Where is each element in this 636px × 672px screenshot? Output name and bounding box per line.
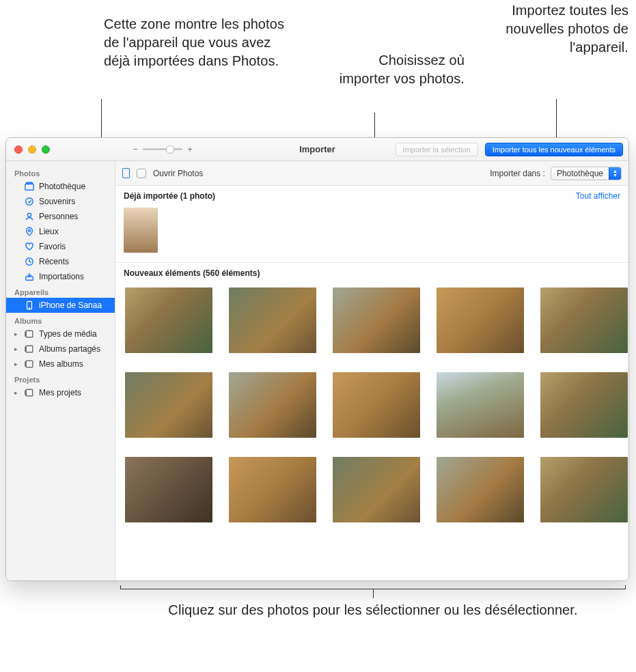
photo-thumb[interactable] <box>333 372 420 438</box>
sidebar-item-imports[interactable]: ▸ Importations <box>6 269 115 284</box>
callout-line <box>373 589 374 598</box>
memories-icon <box>24 196 35 207</box>
open-photos-label: Ouvrir Photos <box>153 169 203 178</box>
library-icon <box>24 181 35 192</box>
sidebar-item-my-albums[interactable]: ▸ Mes albums <box>6 356 115 372</box>
photo-thumb[interactable] <box>229 288 316 353</box>
my-projects-icon <box>24 387 35 398</box>
select-value: Photothèque <box>551 169 609 178</box>
svg-rect-16 <box>25 391 26 395</box>
sidebar-item-label: iPhone de Sanaa <box>39 300 102 310</box>
photo-thumb[interactable] <box>437 457 524 522</box>
sidebar-item-label: Souvenirs <box>39 197 75 206</box>
already-imported-thumb[interactable] <box>124 208 158 253</box>
svg-rect-13 <box>26 361 33 367</box>
svg-rect-1 <box>27 182 33 184</box>
sidebar-item-label: Photothèque <box>39 182 85 191</box>
updown-arrows-icon: ▲▼ <box>609 167 621 180</box>
sidebar-item-places[interactable]: ▸ Lieux <box>6 224 115 239</box>
callout-click-select: Cliquez sur des photos pour les sélectio… <box>120 601 626 619</box>
sidebar-section-albums: Albums <box>6 313 115 326</box>
svg-rect-12 <box>25 347 26 351</box>
svg-point-3 <box>27 213 31 216</box>
photo-thumb[interactable] <box>229 457 316 522</box>
heart-icon <box>24 241 35 252</box>
callout-choose-dest: Choisissez où importer vos photos. <box>335 51 465 88</box>
sidebar-item-device[interactable]: ▸ iPhone de Sanaa <box>6 298 115 313</box>
import-icon <box>24 271 35 282</box>
people-icon <box>24 211 35 222</box>
sidebar-item-people[interactable]: ▸ Personnes <box>6 209 115 224</box>
already-imported-header: Déjà importée (1 photo) <box>124 191 215 201</box>
sidebar-item-label: Mes albums <box>39 359 83 369</box>
sidebar-item-label: Types de média <box>39 329 97 339</box>
import-selection-button: Importer la sélection <box>396 143 478 156</box>
photo-thumb[interactable] <box>229 372 316 438</box>
photo-thumb[interactable] <box>125 372 212 438</box>
minimize-icon[interactable] <box>28 145 36 154</box>
sidebar-item-label: Importations <box>39 272 84 281</box>
fullscreen-icon[interactable] <box>42 145 50 154</box>
photo-thumb[interactable] <box>333 457 420 522</box>
slider-thumb[interactable] <box>166 145 174 154</box>
sidebar-item-label: Mes projets <box>39 388 81 397</box>
chevron-right-icon: ▸ <box>14 361 20 367</box>
svg-rect-14 <box>25 362 26 366</box>
traffic-lights <box>14 145 50 154</box>
chevron-right-icon: ▸ <box>14 331 20 337</box>
svg-rect-11 <box>26 346 33 352</box>
new-items-grid <box>115 278 628 532</box>
slider-track[interactable] <box>143 148 182 150</box>
sidebar-item-recents[interactable]: ▸ Récents <box>6 254 115 269</box>
zoom-in-icon: + <box>186 144 193 154</box>
sidebar-item-library[interactable]: ▸ Photothèque <box>6 179 115 194</box>
sidebar-item-memories[interactable]: ▸ Souvenirs <box>6 194 115 209</box>
photo-thumb[interactable] <box>540 372 628 438</box>
sidebar-item-label: Favoris <box>39 242 66 251</box>
photo-thumb[interactable] <box>540 288 628 353</box>
sidebar-item-label: Albums partagés <box>39 344 100 354</box>
sidebar: Photos ▸ Photothèque ▸ Souvenirs ▸ <box>6 161 115 580</box>
mediatypes-icon <box>24 328 35 339</box>
sidebar-item-my-projects[interactable]: ▸ Mes projets <box>6 385 115 400</box>
places-icon <box>24 226 35 237</box>
app-window: − + Importer Importer la sélection Impor… <box>5 137 629 581</box>
phone-icon <box>24 300 35 311</box>
shared-albums-icon <box>24 344 35 354</box>
callout-import-all: Importez toutes les nouvelles photos de … <box>506 1 628 57</box>
open-photos-checkbox[interactable] <box>137 169 146 178</box>
import-all-new-button[interactable]: Importer tous les nouveaux éléments <box>485 143 623 156</box>
svg-rect-0 <box>25 184 33 191</box>
sidebar-item-favorites[interactable]: ▸ Favoris <box>6 239 115 254</box>
sidebar-section-devices: Appareils <box>6 284 115 298</box>
close-icon[interactable] <box>14 145 23 154</box>
photo-thumb[interactable] <box>125 457 212 522</box>
zoom-slider[interactable]: − + <box>132 144 193 154</box>
callout-already-imported: Cette zone montre les photos de l'appare… <box>104 15 295 70</box>
svg-point-8 <box>29 307 29 308</box>
photo-thumb[interactable] <box>437 288 524 353</box>
sidebar-item-label: Personnes <box>39 212 78 221</box>
content-scroll[interactable]: Déjà importée (1 photo) Tout afficher No… <box>115 186 628 580</box>
my-albums-icon <box>24 359 35 369</box>
sidebar-item-label: Récents <box>39 257 69 266</box>
photo-thumb[interactable] <box>333 288 420 353</box>
import-into-label: Importer dans : <box>490 169 545 178</box>
photo-thumb[interactable] <box>125 288 212 353</box>
photo-thumb[interactable] <box>540 457 628 522</box>
show-all-link[interactable]: Tout afficher <box>576 191 620 201</box>
photo-thumb[interactable] <box>437 372 524 438</box>
sidebar-section-photos: Photos <box>6 165 115 179</box>
svg-rect-15 <box>26 389 33 396</box>
svg-rect-10 <box>25 332 26 336</box>
sidebar-item-mediatypes[interactable]: ▸ Types de média <box>6 326 115 341</box>
device-icon <box>122 168 130 178</box>
clock-icon <box>24 256 35 267</box>
sidebar-section-projects: Projets <box>6 372 115 385</box>
svg-point-4 <box>28 229 30 232</box>
import-destination-select[interactable]: Photothèque ▲▼ <box>551 167 622 180</box>
sidebar-item-label: Lieux <box>39 227 59 236</box>
sidebar-item-shared-albums[interactable]: ▸ Albums partagés <box>6 341 115 356</box>
import-toolbar: Ouvrir Photos Importer dans : Photothèqu… <box>115 161 628 186</box>
svg-rect-9 <box>26 331 33 337</box>
